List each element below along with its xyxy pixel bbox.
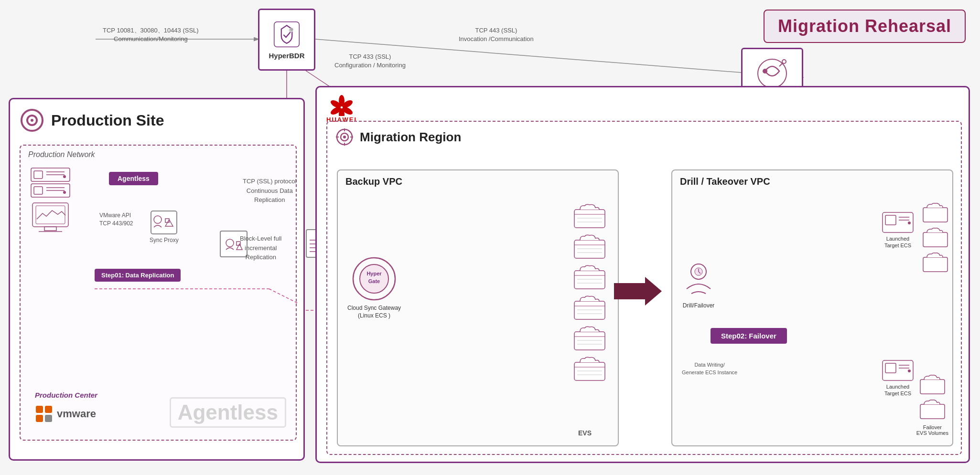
server-icon-1 bbox=[30, 167, 71, 198]
production-site-title: Production Site bbox=[51, 112, 164, 129]
main-container: Migration Rehearsal TCP 10081、30080、1044… bbox=[0, 0, 980, 475]
step01-arrow bbox=[21, 279, 298, 327]
migration-rehearsal-label: Migration Rehearsal bbox=[764, 10, 966, 43]
svg-point-55 bbox=[226, 239, 234, 247]
tcp-label-2: TCP 433 (SSL) Configuration / Monitoring bbox=[334, 53, 406, 70]
evs-column bbox=[573, 204, 606, 381]
hypergate-container: Hyper Gate Cloud Sync Gateway (Linux ECS… bbox=[347, 256, 401, 319]
migration-region-title: Migration Region bbox=[360, 130, 461, 145]
backup-vpc-title: Backup VPC bbox=[338, 170, 618, 190]
svg-rect-120 bbox=[920, 380, 945, 394]
svg-rect-37 bbox=[44, 227, 56, 231]
production-site-icon bbox=[20, 108, 44, 133]
svg-point-19 bbox=[763, 69, 767, 74]
sync-proxy-icon bbox=[150, 210, 178, 235]
production-center-label: Production Center bbox=[35, 391, 97, 399]
evs-icon-4 bbox=[573, 296, 606, 320]
svg-point-34 bbox=[63, 191, 66, 194]
hyperbdr-box: HyperBDR bbox=[258, 9, 315, 71]
backup-vpc-box: Backup VPC Hyper Gate Cloud Sync Gateway… bbox=[337, 169, 619, 446]
vmware-api-label: VMware API TCP 443/902 bbox=[99, 211, 133, 228]
svg-marker-102 bbox=[614, 277, 662, 306]
drill-failover-label: Drill/Failover bbox=[683, 302, 715, 309]
launched-ecs-2-icon bbox=[882, 357, 914, 381]
svg-rect-113 bbox=[923, 232, 948, 247]
agentless-badge: Agentless bbox=[109, 172, 158, 185]
svg-point-21 bbox=[782, 60, 786, 63]
drill-vpc-title: Drill / Takeover VPC bbox=[672, 170, 952, 190]
hyperbdr-icon bbox=[272, 20, 301, 49]
hypergate-sublabel: (Linux ECS ) bbox=[347, 312, 401, 320]
drill-failover-icon bbox=[682, 261, 715, 299]
drill-cloud-1 bbox=[922, 203, 948, 223]
failover-evs-label: Failover EVS Volumes bbox=[916, 424, 948, 436]
vmware-logo: vmware bbox=[35, 405, 96, 423]
svg-rect-46 bbox=[45, 406, 52, 413]
svg-rect-26 bbox=[34, 171, 43, 179]
api-icon bbox=[755, 57, 789, 90]
svg-rect-121 bbox=[920, 404, 945, 419]
drill-vpc-box: Drill / Takeover VPC Drill/Failover bbox=[671, 169, 953, 446]
svg-line-44 bbox=[269, 289, 298, 303]
huawei-icon bbox=[328, 94, 355, 116]
svg-rect-45 bbox=[36, 406, 43, 413]
big-arrow-svg bbox=[614, 274, 662, 308]
svg-point-119 bbox=[908, 369, 911, 372]
production-site-box: Production Site Production Network bbox=[9, 98, 305, 461]
production-site-header: Production Site bbox=[10, 99, 303, 137]
evs-icon-3 bbox=[573, 265, 606, 290]
vmware-icon bbox=[35, 405, 53, 423]
block-level-label: Block-Level full incremental Replication bbox=[240, 234, 281, 262]
launched-ecs-1: Launched Target ECS bbox=[882, 209, 914, 249]
migration-region-icon bbox=[335, 127, 354, 147]
migration-region-header: Migration Region bbox=[327, 122, 961, 152]
svg-rect-90 bbox=[574, 301, 605, 319]
evs-icon-2 bbox=[573, 234, 606, 259]
launched-ecs-1-label: Launched Target ECS bbox=[884, 235, 911, 249]
svg-text:Gate: Gate bbox=[368, 278, 379, 284]
svg-rect-78 bbox=[574, 210, 605, 228]
evs-label: EVS bbox=[578, 429, 592, 437]
svg-point-111 bbox=[908, 222, 911, 224]
cloud-region-box: HUAWEI Migration Region Backup VP bbox=[315, 86, 970, 463]
svg-point-17 bbox=[291, 28, 293, 31]
launched-ecs-1-icon bbox=[882, 209, 914, 233]
svg-rect-47 bbox=[36, 415, 43, 422]
evs-icon-5 bbox=[573, 326, 606, 351]
sync-proxy-container: Sync Proxy bbox=[150, 210, 179, 243]
svg-point-69 bbox=[343, 136, 346, 138]
drill-failover-container: Drill/Failover bbox=[682, 261, 715, 309]
tcp-replication-label: TCP (SSL) protocol Continuous Data Repli… bbox=[243, 177, 296, 205]
svg-rect-35 bbox=[32, 203, 68, 227]
launched-ecs-2: Launched Target ECS bbox=[882, 357, 914, 397]
svg-rect-94 bbox=[574, 332, 605, 350]
drill-cloud-top bbox=[922, 203, 948, 273]
drill-cloud-3 bbox=[922, 253, 948, 273]
sync-proxy-label: Sync Proxy bbox=[150, 237, 179, 243]
svg-rect-82 bbox=[574, 240, 605, 258]
migration-region-box: Migration Region Backup VPC Hyper Gate C… bbox=[326, 121, 962, 455]
big-arrow-container bbox=[614, 274, 662, 310]
failover-evs-container: Failover EVS Volumes bbox=[916, 375, 948, 436]
svg-rect-98 bbox=[574, 362, 605, 380]
huawei-logo: HUAWEI bbox=[326, 94, 357, 123]
evs-icon-1 bbox=[573, 204, 606, 229]
evs-icon-6 bbox=[573, 357, 606, 381]
svg-rect-31 bbox=[34, 187, 43, 194]
production-network-label: Production Network bbox=[28, 150, 95, 159]
hypergate-icon: Hyper Gate bbox=[352, 256, 397, 302]
svg-rect-86 bbox=[574, 271, 605, 289]
vmware-text: vmware bbox=[57, 408, 96, 420]
svg-rect-112 bbox=[923, 208, 948, 222]
hyperbdr-label: HyperBDR bbox=[269, 52, 304, 60]
step02-badge: Step02: Failover bbox=[711, 328, 787, 344]
svg-point-29 bbox=[63, 175, 66, 178]
svg-text:Hyper: Hyper bbox=[366, 271, 382, 276]
failover-cloud-1 bbox=[919, 375, 946, 395]
tcp-label-3: TCP 443 (SSL) Invocation /Communication bbox=[459, 26, 534, 43]
tcp-label-1: TCP 10081、30080、10443 (SSL) Communicatio… bbox=[103, 26, 199, 43]
hypergate-label: Cloud Sync Gateway bbox=[347, 305, 401, 312]
launched-ecs-2-label: Launched Target ECS bbox=[884, 383, 911, 397]
drill-cloud-2 bbox=[922, 228, 948, 248]
svg-rect-48 bbox=[45, 415, 52, 422]
